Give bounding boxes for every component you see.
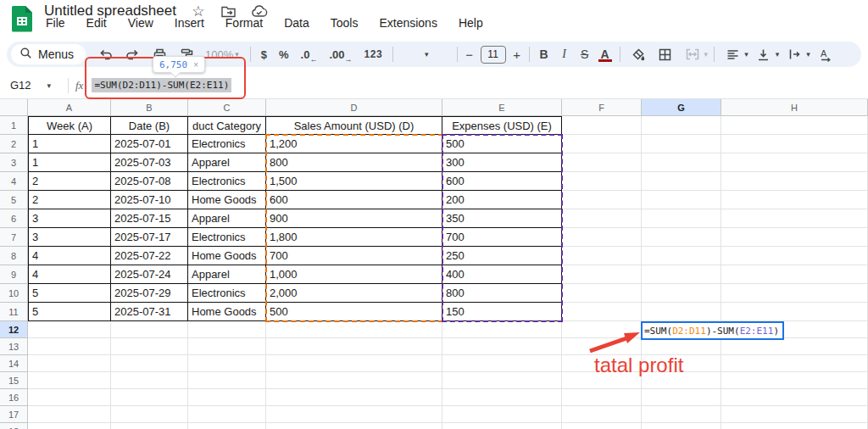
row-header-3[interactable]: 3 [0, 153, 28, 172]
menu-format[interactable]: Format [222, 15, 266, 31]
zoom-control[interactable]: 100% ▾ [205, 48, 241, 61]
cell-C7[interactable]: Electronics [188, 228, 266, 247]
cell-C1[interactable]: duct Category [188, 116, 266, 135]
fill-color-icon[interactable] [627, 44, 649, 64]
merge-options-dropdown[interactable]: ▾ [704, 50, 709, 58]
row-header-4[interactable]: 4 [0, 172, 28, 191]
column-header-E[interactable]: E [442, 99, 562, 116]
align-options-dropdown[interactable]: ▾ [744, 50, 748, 58]
font-family-dropdown[interactable]: ▾ [425, 50, 429, 58]
cell-H14[interactable] [721, 355, 868, 372]
cell-B10[interactable]: 2025-07-29 [111, 284, 188, 303]
row-header-17[interactable]: 17 [0, 406, 28, 423]
cell-E4[interactable]: 600 [442, 172, 562, 191]
cell-A4[interactable]: 2 [28, 172, 111, 191]
tooltip-close-icon[interactable]: × [193, 60, 198, 70]
cell-B3[interactable]: 2025-07-03 [111, 153, 188, 172]
column-header-F[interactable]: F [562, 99, 642, 116]
cell-F10[interactable] [562, 284, 642, 303]
cell-E6[interactable]: 350 [442, 209, 562, 228]
cell-G9[interactable] [642, 265, 721, 284]
row-header-14[interactable]: 14 [0, 355, 28, 372]
bold-button[interactable]: B [534, 47, 554, 61]
column-header-A[interactable]: A [28, 99, 111, 116]
cell-B4[interactable]: 2025-07-08 [111, 172, 188, 191]
cell-G8[interactable] [642, 247, 721, 265]
cell-D18[interactable] [266, 423, 442, 429]
cell-F16[interactable] [562, 389, 642, 406]
cell-G4[interactable] [642, 172, 721, 191]
cell-A10[interactable]: 5 [28, 284, 111, 303]
cell-B2[interactable]: 2025-07-01 [111, 135, 188, 153]
cell-E7[interactable]: 700 [442, 228, 562, 247]
cell-D17[interactable] [266, 406, 442, 423]
cell-B14[interactable] [111, 355, 188, 372]
row-header-18[interactable]: 18 [0, 423, 28, 429]
cell-E1[interactable]: Expenses (USD) (E) [442, 116, 562, 135]
redo-icon[interactable] [121, 44, 143, 64]
formula-input[interactable]: =SUM(D2:D11)-SUM(E2:E11) [92, 78, 231, 92]
cell-G7[interactable] [642, 228, 721, 247]
cell-H10[interactable] [721, 284, 868, 303]
cell-D1[interactable]: Sales Amount (USD) (D) [266, 116, 442, 135]
column-header-B[interactable]: B [111, 99, 188, 116]
cell-H1[interactable] [721, 116, 868, 135]
strikethrough-button[interactable]: S [575, 47, 595, 61]
cell-B17[interactable] [111, 406, 188, 423]
cell-D15[interactable] [266, 372, 442, 389]
cell-F18[interactable] [562, 423, 642, 429]
cell-C5[interactable]: Home Goods [188, 191, 266, 209]
cell-B9[interactable]: 2025-07-24 [111, 265, 188, 284]
cell-D13[interactable] [266, 338, 442, 355]
row-header-9[interactable]: 9 [0, 265, 28, 284]
cell-F4[interactable] [562, 172, 642, 191]
cell-D16[interactable] [266, 389, 442, 406]
increase-decimals-button[interactable]: .00→ [329, 48, 352, 61]
row-header-1[interactable]: 1 [0, 116, 28, 135]
cell-B7[interactable]: 2025-07-17 [111, 228, 188, 247]
row-header-7[interactable]: 7 [0, 228, 28, 247]
cell-G3[interactable] [642, 153, 721, 172]
cell-D2[interactable]: 1,200 [266, 135, 442, 153]
menu-file[interactable]: File [42, 15, 69, 31]
decrease-font-size-button[interactable]: − [462, 47, 477, 62]
sheets-logo[interactable] [9, 5, 35, 32]
column-header-G[interactable]: G [642, 99, 721, 116]
cell-B16[interactable] [111, 389, 188, 406]
cell-E3[interactable]: 300 [442, 153, 562, 172]
cell-F5[interactable] [562, 191, 642, 209]
cell-C8[interactable]: Home Goods [188, 247, 266, 265]
cell-C10[interactable]: Electronics [188, 284, 266, 303]
cell-H3[interactable] [721, 153, 868, 172]
cell-D10[interactable]: 2,000 [266, 284, 442, 303]
percent-format-button[interactable]: % [279, 48, 289, 61]
cell-H5[interactable] [721, 191, 868, 209]
cell-G11[interactable] [642, 303, 721, 321]
text-color-button[interactable]: A [595, 47, 615, 61]
active-cell-editor[interactable]: =SUM(D2:D11)-SUM(E2:E11) [641, 321, 784, 340]
vertical-align-icon[interactable] [753, 44, 775, 64]
cell-A11[interactable]: 5 [28, 303, 111, 321]
cell-C4[interactable]: Electronics [188, 172, 266, 191]
cell-B18[interactable] [111, 423, 188, 429]
cell-F3[interactable] [562, 153, 642, 172]
cell-A16[interactable] [28, 389, 111, 406]
cell-C3[interactable]: Apparel [188, 153, 266, 172]
cell-G17[interactable] [642, 406, 721, 423]
horizontal-align-icon[interactable] [721, 44, 743, 64]
cell-E13[interactable] [442, 338, 562, 355]
cell-B6[interactable]: 2025-07-15 [111, 209, 188, 228]
cell-H6[interactable] [721, 209, 868, 228]
cell-H13[interactable] [721, 338, 868, 355]
text-rotation-icon[interactable]: A [815, 44, 837, 64]
cell-E14[interactable] [442, 355, 562, 372]
row-header-10[interactable]: 10 [0, 284, 28, 303]
grid-corner[interactable] [0, 99, 28, 116]
cell-G1[interactable] [642, 116, 721, 135]
menu-tools[interactable]: Tools [327, 15, 362, 31]
cell-D12[interactable] [266, 321, 442, 338]
undo-icon[interactable] [94, 44, 116, 64]
cell-E10[interactable]: 800 [442, 284, 562, 303]
cell-E15[interactable] [442, 372, 562, 389]
cell-B1[interactable]: Date (B) [111, 116, 188, 135]
